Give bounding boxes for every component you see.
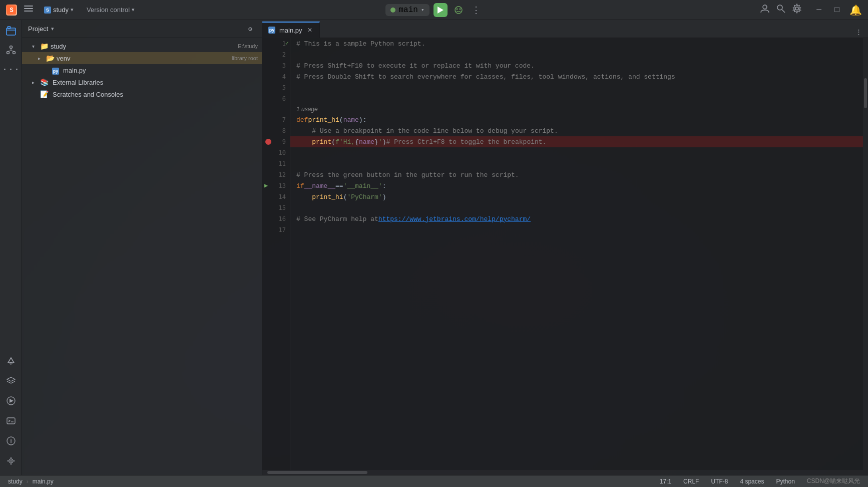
tree-item-external-libs[interactable]: 📚 External Libraries [22, 76, 262, 88]
svg-point-10 [777, 5, 782, 10]
svg-point-12 [795, 7, 798, 10]
gutter-usage-row [262, 104, 290, 114]
code-line-13: if __name__ == '__main__': [290, 180, 863, 191]
status-right: 17:1 CRLF UTF-8 4 spaces Python CSDN@喵来哒… [658, 477, 862, 485]
code-content[interactable]: # This is a sample Python script. # Pres… [290, 38, 863, 470]
run-config-chevron-icon: ▾ [421, 7, 424, 13]
account-icon[interactable] [760, 4, 770, 16]
app-window: S S study ▾ Version control ▾ main ▾ [0, 0, 868, 487]
tree-item-study-root[interactable]: 📁 study E:\study [22, 40, 262, 52]
sidebar-item-plugins[interactable] [2, 452, 20, 470]
gutter-line-1: ✓ 1 [262, 38, 290, 49]
h-scrollbar-thumb[interactable] [267, 471, 367, 474]
sidebar-item-layers[interactable] [2, 372, 20, 390]
sidebar-item-python-packages[interactable] [2, 352, 20, 370]
run-config-icon [390, 8, 395, 13]
more-actions-button[interactable]: ⋮ [470, 3, 483, 18]
gutter-line-14: 14 [262, 191, 290, 202]
maximize-button[interactable]: □ [830, 3, 844, 17]
svg-point-8 [459, 8, 461, 10]
gutter-line-15: 15 [262, 202, 290, 213]
hamburger-menu-button[interactable] [22, 2, 35, 18]
tree-label-external-libs: External Libraries [53, 79, 258, 86]
sidebar-item-run[interactable] [2, 392, 20, 410]
settings-icon[interactable] [792, 4, 802, 16]
gutter-line-16: 16 [262, 213, 290, 224]
title-bar-center: main ▾ ⋮ [385, 3, 482, 18]
code-line-15 [290, 202, 863, 213]
editor-horizontal-scrollbar[interactable] [262, 470, 868, 475]
breadcrumb-project[interactable]: study [6, 478, 25, 485]
editor-area: py main.py ✕ ⋮ ✓ 1 [262, 20, 868, 475]
status-language[interactable]: Python [774, 478, 796, 485]
run-config-label: main [398, 6, 417, 15]
tree-arrow-venv [38, 56, 44, 61]
code-line-3: # Press Shift+F10 to execute it or repla… [290, 60, 863, 71]
sidebar-item-structure[interactable] [2, 41, 20, 59]
gutter-line-6: 6 [262, 93, 290, 104]
scrollbar-thumb[interactable] [864, 78, 867, 108]
sidebar-item-more[interactable]: ··· [2, 60, 20, 78]
tab-close-button[interactable]: ✕ [306, 26, 313, 34]
panel-gear-button[interactable]: ⚙ [245, 24, 256, 35]
tree-item-scratches[interactable]: 📝 Scratches and Consoles [22, 88, 262, 100]
code-line-8: # Use a breakpoint in the code line belo… [290, 125, 863, 136]
tree-item-main-py[interactable]: py main.py [22, 64, 262, 76]
gutter-line-10: 10 [262, 147, 290, 158]
code-line-9: print(f'Hi, {name}') # Press Ctrl+F8 to … [290, 136, 863, 147]
tree-item-venv[interactable]: 📂 venv library root [22, 52, 262, 64]
sidebar-item-terminal[interactable] [2, 412, 20, 430]
project-panel-title[interactable]: Project ▾ [28, 25, 54, 33]
code-line-1: # This is a sample Python script. [290, 38, 863, 49]
tab-main-py[interactable]: py main.py ✕ [262, 22, 320, 38]
project-selector[interactable]: S study ▾ [40, 5, 78, 15]
svg-point-21 [10, 362, 12, 364]
sidebar-item-project[interactable] [2, 22, 20, 40]
tree-label-scratches: Scratches and Consoles [53, 91, 258, 98]
svg-marker-5 [438, 7, 444, 14]
code-line-12: # Press the green button in the gutter t… [290, 169, 863, 180]
status-cursor-position[interactable]: 17:1 [658, 478, 673, 485]
debug-button[interactable] [452, 3, 466, 17]
tab-bar-actions: ⋮ [849, 27, 868, 38]
gutter-line-4: 4 [262, 71, 290, 82]
svg-rect-13 [7, 28, 16, 35]
svg-marker-23 [10, 399, 14, 403]
breadcrumb-file[interactable]: main.py [31, 478, 56, 485]
svg-rect-4 [24, 11, 33, 12]
code-line-16: # See PyCharm help at https://www.jetbra… [290, 213, 863, 224]
run-button[interactable] [433, 3, 448, 17]
svg-rect-2 [24, 6, 33, 7]
search-icon[interactable] [776, 4, 786, 16]
run-configuration-selector[interactable]: main ▾ [385, 4, 429, 16]
svg-text:!: ! [9, 438, 13, 444]
status-line-separator[interactable]: CRLF [681, 478, 701, 485]
title-bar-left: S S study ▾ Version control ▾ [6, 2, 385, 18]
tree-arrow-external-libs [32, 80, 38, 85]
panel-actions: ⚙ [245, 24, 256, 35]
tree-label-study: study [51, 43, 233, 50]
code-line-14: print_hi('PyCharm') [290, 191, 863, 202]
code-line-7: def print_hi(name): [290, 114, 863, 125]
minimize-button[interactable]: ─ [812, 3, 826, 17]
editor-gutter: ✓ 1 2 3 4 [262, 38, 290, 470]
version-control-button[interactable]: Version control ▾ [83, 5, 139, 15]
py-file-icon: py [52, 66, 59, 75]
tree-arrow-study [32, 44, 38, 49]
svg-line-11 [782, 10, 785, 13]
code-editor[interactable]: ✓ 1 2 3 4 [262, 38, 868, 470]
status-indent[interactable]: 4 spaces [738, 478, 766, 485]
status-bar: study › main.py 17:1 CRLF UTF-8 4 spaces… [0, 475, 868, 487]
gutter-line-7: 7 [262, 114, 290, 125]
sidebar-bottom-icons: ! [2, 352, 20, 475]
status-encoding[interactable]: UTF-8 [709, 478, 730, 485]
tab-bar-more-button[interactable]: ⋮ [853, 27, 864, 38]
sidebar-item-notifications[interactable]: ! [2, 432, 20, 450]
gutter-line-2: 2 [262, 49, 290, 60]
editor-vertical-scrollbar[interactable] [863, 38, 868, 470]
tree-label-venv: venv [57, 55, 227, 62]
notifications-bell-icon[interactable]: 🔔 [849, 4, 862, 17]
svg-rect-14 [8, 27, 11, 29]
breakpoint-marker [265, 139, 271, 145]
tab-bar: py main.py ✕ ⋮ [262, 20, 868, 38]
